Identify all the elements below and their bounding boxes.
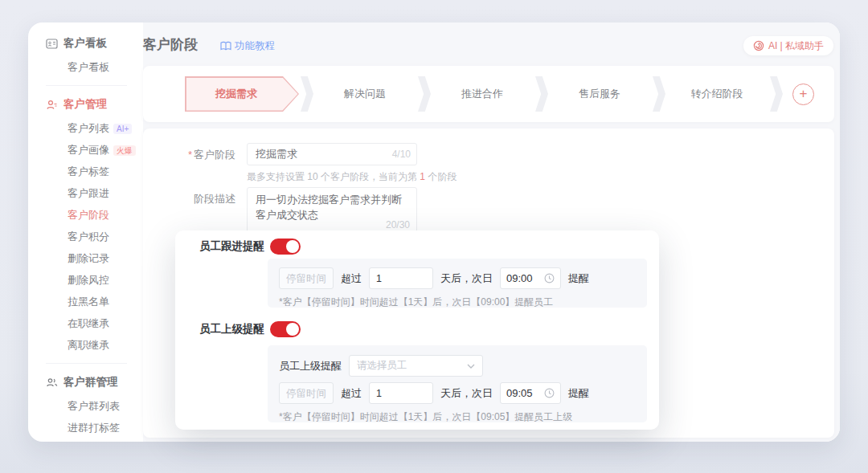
time-picker[interactable]: 09:05	[500, 382, 561, 404]
sidebar-item-blacklist[interactable]: 拉黑名单	[68, 296, 143, 308]
stage-desc-label: 阶段描述	[143, 192, 235, 206]
kanban-icon	[46, 38, 58, 50]
sidebar-item-customer-list[interactable]: 客户列表 AI+	[68, 123, 143, 134]
hot-badge: 火爆	[113, 145, 136, 156]
page-header: 客户阶段 功能教程 AI | 私域助手	[143, 22, 840, 66]
sidebar-section-dashboard[interactable]: 客户看板	[46, 35, 143, 51]
superior-reminder-label: 员工上级提醒	[199, 322, 264, 336]
book-icon	[220, 41, 231, 51]
stage-name-field: 4/10	[247, 143, 417, 165]
sidebar-section-label: 客户管理	[63, 97, 107, 112]
followup-reminder-label: 员工跟进提醒	[199, 239, 264, 254]
sidebar-section-label: 客户群管理	[63, 375, 118, 389]
add-stage-button[interactable]: +	[792, 84, 814, 105]
ai-assistant-button[interactable]: AI | 私域助手	[743, 36, 833, 55]
sidebar-item-customer-board[interactable]: 客户看板	[68, 62, 143, 73]
stage-separator-chevron	[535, 76, 548, 112]
sidebar: 客户看板 客户看板 客户管理 客户列表 AI+ 客户画像 火爆 客户标签 客户跟…	[28, 22, 143, 442]
page-title: 客户阶段	[143, 35, 198, 54]
stage-name-counter: 4/10	[392, 149, 411, 160]
sidebar-item-customer-points[interactable]: 客户积分	[68, 231, 143, 243]
superior-select-label: 员工上级提醒	[279, 359, 342, 373]
tutorial-link[interactable]: 功能教程	[220, 39, 275, 53]
stage-separator-chevron	[770, 76, 783, 112]
time-picker[interactable]: 09:00	[500, 267, 561, 289]
employee-select[interactable]: 请选择员工	[349, 355, 483, 377]
stage-name-helper: 最多支持设置 10 个客户阶段，当前为第 1 个阶段	[247, 170, 457, 184]
chevron-down-icon	[467, 364, 475, 369]
sidebar-divider	[46, 85, 127, 86]
stage-tab[interactable]: 推进合作	[431, 76, 534, 112]
superior-reminder-row: 员工上级提醒	[199, 321, 301, 337]
required-mark: *	[188, 149, 192, 161]
sidebar-section-label: 客户看板	[63, 36, 107, 51]
group-icon	[46, 377, 58, 389]
sidebar-item-customer-tags[interactable]: 客户标签	[68, 166, 143, 177]
stage-tab[interactable]: 转介绍阶段	[665, 76, 768, 112]
stay-time-input[interactable]	[279, 267, 334, 289]
followup-reminder-panel: 超过 天后，次日 09:00 提醒 *客户【停留时间】时间超过【1天】后，次日【…	[268, 259, 647, 308]
sidebar-item-delete-risk[interactable]: 删除风控	[68, 275, 143, 286]
sidebar-section-group-mgmt[interactable]: 客户群管理	[46, 374, 143, 390]
superior-reminder-toggle[interactable]	[270, 321, 301, 337]
stage-tab-active[interactable]: 挖掘需求	[185, 76, 299, 112]
person-icon	[46, 99, 58, 111]
superior-helper-text: *客户【停留时间】时间超过【1天】后，次日【09:05】提醒员工上级	[279, 410, 636, 424]
sidebar-item-customer-followup[interactable]: 客户跟进	[68, 188, 143, 199]
reminder-settings-card: 员工跟进提醒 超过 天后，次日 09:00 提醒 *客户【停留时间】时间超过【1…	[175, 230, 659, 430]
sidebar-item-customer-stage[interactable]: 客户阶段	[68, 210, 143, 221]
sidebar-item-group-tagging[interactable]: 进群打标签	[68, 422, 143, 434]
sidebar-item-customer-portrait[interactable]: 客户画像 火爆	[68, 145, 143, 156]
stage-desc-counter: 20/30	[386, 219, 410, 230]
sidebar-section-customer-mgmt[interactable]: 客户管理	[46, 96, 143, 112]
sidebar-item-onjob-inherit[interactable]: 在职继承	[68, 318, 143, 329]
sidebar-item-group-list[interactable]: 客户群列表	[68, 401, 143, 412]
clock-icon	[544, 273, 555, 283]
superior-reminder-panel: 员工上级提醒 请选择员工 超过 天后，次日 09:05 提醒 *客户【停留时间】…	[268, 345, 647, 422]
days-input[interactable]	[369, 267, 433, 289]
ai-assistant-icon	[753, 40, 764, 51]
sidebar-item-resigned-inherit[interactable]: 离职继承	[68, 340, 143, 351]
stage-separator-chevron	[653, 76, 665, 112]
stage-name-label: *客户阶段	[143, 148, 235, 162]
stage-separator-chevron	[418, 76, 431, 112]
sidebar-item-delete-records[interactable]: 删除记录	[68, 253, 143, 264]
stage-flow-bar: 挖掘需求 解决问题 推进合作 售后服务 转介绍阶段 +	[143, 66, 834, 122]
clock-icon	[544, 388, 555, 398]
ai-badge: AI+	[113, 124, 132, 134]
stage-tab[interactable]: 解决问题	[313, 76, 416, 112]
followup-reminder-toggle[interactable]	[270, 239, 301, 255]
sidebar-divider	[46, 363, 127, 364]
followup-reminder-row: 员工跟进提醒	[199, 239, 301, 255]
days-input[interactable]	[369, 382, 433, 404]
stage-separator-chevron	[301, 76, 313, 112]
stay-time-input[interactable]	[279, 382, 334, 404]
stage-tab[interactable]: 售后服务	[548, 76, 651, 112]
stage-desc-field: 用一切办法挖掘客户需求并判断客户成交状态 20/30	[247, 187, 417, 234]
followup-helper-text: *客户【停留时间】时间超过【1天】后，次日【09:00】提醒员工	[279, 296, 636, 309]
